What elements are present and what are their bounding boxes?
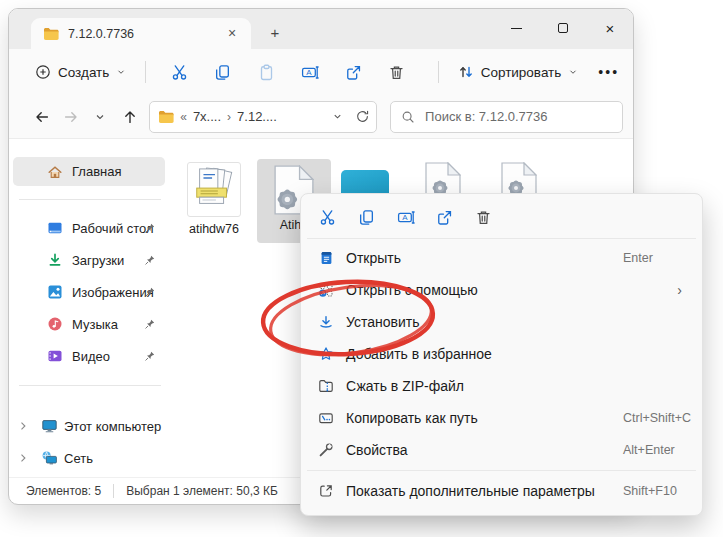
see-more-button[interactable]: ••• (598, 64, 619, 80)
tab-bar: 7.12.0.7736 × + × (9, 9, 633, 49)
sidebar-item-label: Видео (72, 349, 110, 364)
sidebar-item-desktop[interactable]: Рабочий стол (9, 212, 169, 244)
folder-icon (43, 27, 59, 41)
back-button[interactable] (27, 102, 56, 132)
items-count: Элементов: 5 (26, 484, 101, 498)
share-icon (345, 64, 362, 81)
copy-button[interactable] (347, 202, 386, 232)
maximize-button[interactable] (548, 13, 578, 43)
toolbar-divider (145, 61, 146, 83)
new-button[interactable]: Создать (31, 56, 130, 88)
file-tile-atihdw76[interactable]: atihdw76 (187, 162, 249, 236)
sidebar-item-label: Изображения (72, 285, 154, 300)
home-icon (47, 164, 63, 180)
sidebar-item-label: Главная (72, 164, 121, 179)
pin-icon (144, 222, 156, 234)
forward-button[interactable] (56, 102, 85, 132)
sidebar-item-music[interactable]: Музыка (9, 308, 169, 340)
sidebar-item-label: Рабочий стол (72, 221, 154, 236)
menu-item-open-with[interactable]: Открыть с помощью › (305, 274, 698, 306)
pictures-icon (47, 284, 63, 300)
cut-icon (171, 64, 188, 81)
sidebar-item-label: Музыка (72, 317, 118, 332)
menu-divider (307, 238, 696, 239)
refresh-icon[interactable] (355, 109, 370, 124)
copy-icon (214, 64, 231, 81)
cut-button[interactable] (161, 56, 197, 88)
copy-path-icon (318, 410, 334, 426)
plus-circle-icon (35, 64, 51, 80)
recent-locations-button[interactable] (86, 102, 115, 132)
up-arrow-icon (122, 109, 138, 125)
status-divider (113, 484, 114, 498)
svg-text:A: A (306, 68, 312, 77)
back-arrow-icon (34, 109, 50, 125)
file-label: atihdw76 (179, 222, 249, 236)
tab-close-icon[interactable]: × (223, 25, 241, 43)
sidebar-item-label: Сеть (64, 451, 93, 466)
sidebar-item-label: Загрузки (72, 253, 124, 268)
window-controls: × (484, 9, 625, 47)
menu-item-label: Сжать в ZIP-файл (346, 378, 464, 394)
rename-button[interactable]: A (386, 202, 425, 232)
breadcrumb-current[interactable]: 7.12.... (237, 109, 277, 124)
menu-item-label: Показать дополнительные параметры (346, 483, 595, 499)
sidebar-item-home[interactable]: Главная (13, 157, 165, 186)
up-button[interactable] (115, 102, 144, 132)
menu-item-label: Копировать как путь (346, 410, 478, 426)
show-more-icon (318, 483, 334, 499)
menu-item-compress-zip[interactable]: Сжать в ZIP-файл (305, 370, 698, 402)
menu-divider (307, 470, 696, 471)
this-pc-icon (41, 418, 58, 434)
rename-icon: A (301, 64, 319, 81)
menu-shortcut: Alt+Enter (623, 443, 675, 457)
tab-title: 7.12.0.7736 (68, 27, 134, 41)
menu-item-add-to-favorites[interactable]: Добавить в избранное (305, 338, 698, 370)
address-bar[interactable]: « 7x.... › 7.12.... (149, 101, 377, 133)
network-icon (41, 450, 58, 466)
search-box[interactable]: Поиск в: 7.12.0.7736 (390, 101, 623, 133)
copy-button[interactable] (205, 56, 241, 88)
pin-icon (144, 286, 156, 298)
sidebar-item-label: Этот компьютер (64, 419, 161, 434)
videos-icon (47, 348, 63, 364)
menu-item-copy-as-path[interactable]: Копировать как путь Ctrl+Shift+C (305, 402, 698, 434)
sidebar-item-pictures[interactable]: Изображения (9, 276, 169, 308)
sort-arrows-icon (458, 64, 474, 80)
menu-item-install[interactable]: Установить (305, 306, 698, 338)
submenu-chevron-icon: › (677, 282, 682, 298)
context-menu-icon-row: A (305, 198, 698, 236)
screenshot-stage: 7.12.0.7736 × + × Создать (0, 0, 723, 537)
share-button[interactable] (425, 202, 464, 232)
explorer-tab[interactable]: 7.12.0.7736 × (31, 18, 251, 49)
sidebar-item-network[interactable]: Сеть (9, 442, 169, 474)
new-tab-button[interactable]: + (263, 21, 287, 45)
rename-button[interactable]: A (292, 56, 328, 88)
minimize-button[interactable] (501, 13, 531, 43)
paste-button[interactable] (248, 56, 284, 88)
share-button[interactable] (336, 56, 372, 88)
sidebar-item-downloads[interactable]: Загрузки (9, 244, 169, 276)
breadcrumb-collapse[interactable]: « (180, 110, 187, 124)
breadcrumb-separator: › (227, 110, 231, 124)
delete-icon (475, 209, 492, 226)
menu-item-label: Открыть (346, 250, 401, 266)
menu-item-show-more-options[interactable]: Показать дополнительные параметры Shift+… (305, 475, 698, 507)
rename-icon: A (397, 209, 415, 226)
sidebar-item-videos[interactable]: Видео (9, 340, 169, 372)
sidebar-item-this-pc[interactable]: Этот компьютер (9, 410, 169, 442)
address-dropdown-icon[interactable] (332, 111, 343, 122)
sort-button[interactable]: Сортировать (454, 56, 583, 88)
delete-button[interactable] (379, 56, 415, 88)
menu-item-open[interactable]: Открыть Enter (305, 242, 698, 274)
chevron-down-icon (116, 67, 126, 77)
breadcrumb-parent[interactable]: 7x.... (193, 109, 221, 124)
delete-button[interactable] (464, 202, 503, 232)
toolbar-divider (438, 61, 439, 83)
window-close-button[interactable]: × (595, 13, 625, 43)
menu-item-properties[interactable]: Свойства Alt+Enter (305, 434, 698, 466)
cut-button[interactable] (308, 202, 347, 232)
selection-info: Выбран 1 элемент: 50,3 КБ (126, 484, 278, 498)
pin-icon (144, 318, 156, 330)
menu-item-label: Открыть с помощью (346, 282, 478, 298)
